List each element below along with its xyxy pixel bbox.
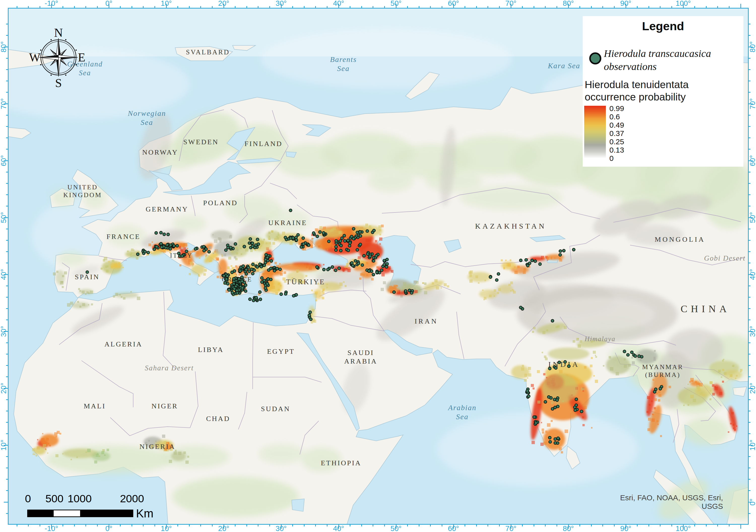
lat-label: 50°: [0, 206, 7, 229]
map-figure: SVALBARDBarentsSeaKara SeaGreenlandSeaNo…: [0, 0, 756, 532]
lat-label: 20°: [0, 377, 7, 399]
svg-text:FINLAND: FINLAND: [245, 140, 283, 147]
svg-text:GERMANY: GERMANY: [146, 205, 188, 213]
lon-label: 0°: [94, 0, 124, 7]
lon-label: 100°: [668, 525, 698, 532]
lon-label: 0°: [94, 525, 124, 532]
ramp-label: 0: [609, 154, 614, 163]
svg-text:ALGERIA: ALGERIA: [105, 340, 143, 348]
svg-text:NIGERIA: NIGERIA: [139, 443, 175, 450]
lat-label: 60°: [0, 149, 7, 172]
svg-text:N: N: [54, 26, 63, 39]
lon-label: 80°: [553, 525, 583, 532]
lat-label: 50°: [749, 206, 756, 229]
svg-text:Gobi Desert: Gobi Desert: [704, 254, 746, 262]
scale-bar-segments: [27, 510, 133, 517]
svg-text:SVALBARD: SVALBARD: [186, 48, 230, 56]
lon-label: 80°: [553, 0, 583, 7]
observation-marker-icon: [589, 52, 601, 64]
ramp-label: 0.6: [609, 113, 620, 121]
lon-label: 90°: [611, 0, 641, 7]
svg-text:NIGER: NIGER: [151, 402, 178, 410]
lon-label: 90°: [611, 525, 641, 532]
lat-label: 10°: [749, 434, 756, 456]
lat-label: 30°: [749, 320, 756, 343]
svg-text:POLAND: POLAND: [203, 199, 238, 207]
svg-text:W: W: [29, 51, 40, 64]
svg-text:Sahara Desert: Sahara Desert: [145, 364, 194, 372]
svg-text:LIBYA: LIBYA: [198, 346, 224, 353]
lon-label: 20°: [208, 0, 239, 7]
lat-label: 0°: [749, 491, 756, 513]
lon-label: 50°: [381, 0, 411, 7]
lon-label: 100°: [668, 0, 698, 7]
scale-bar-number: 2000: [112, 493, 152, 505]
lat-label: 30°: [0, 320, 7, 343]
svg-text:SWEDEN: SWEDEN: [183, 138, 219, 146]
lon-label: 50°: [381, 525, 411, 532]
color-ramp: [584, 106, 606, 158]
lat-label: 60°: [749, 149, 756, 172]
lat-label: 80°: [749, 36, 756, 58]
svg-text:UKRAINE: UKRAINE: [268, 219, 307, 227]
svg-text:Kara Sea: Kara Sea: [548, 62, 580, 70]
lat-label: 20°: [749, 377, 756, 399]
lat-label: 70°: [749, 92, 756, 115]
svg-text:SUDAN: SUDAN: [261, 405, 290, 413]
ramp-label: 0.25: [609, 138, 624, 146]
ramp-label: 0.13: [609, 146, 624, 154]
legend-panel: Legend Hierodula transcaucasica observat…: [583, 16, 743, 167]
lon-label: 20°: [208, 525, 239, 532]
lon-label: 10°: [151, 0, 181, 7]
lat-label: 10°: [0, 434, 7, 456]
scale-bar-unit: Km: [136, 507, 153, 520]
lat-label: 40°: [749, 263, 756, 286]
lon-label: 30°: [266, 0, 296, 7]
lon-label: 70°: [496, 0, 526, 7]
legend-title: Legend: [583, 19, 743, 33]
lon-label: 40°: [323, 0, 354, 7]
svg-text:S: S: [55, 76, 62, 89]
svg-text:TÜRKIYE: TÜRKIYE: [286, 278, 325, 286]
lon-label: 70°: [496, 525, 526, 532]
svg-text:IRAN: IRAN: [415, 317, 438, 325]
ramp-label: 0.99: [609, 104, 624, 113]
svg-text:KAZAKHSTAN: KAZAKHSTAN: [475, 222, 546, 230]
svg-text:MALI: MALI: [84, 402, 106, 410]
svg-text:NORWAY: NORWAY: [142, 148, 178, 156]
lon-label: 40°: [323, 525, 354, 532]
lon-label: 60°: [438, 0, 469, 7]
lon-label: 30°: [266, 525, 296, 532]
lat-label: 40°: [0, 263, 7, 286]
observations-label: Hierodula transcaucasica observations: [604, 47, 711, 73]
svg-text:CHINA: CHINA: [681, 303, 730, 315]
svg-text:SPAIN: SPAIN: [75, 273, 99, 281]
ramp-label: 0.49: [609, 121, 624, 129]
lon-label: 10°: [151, 525, 181, 532]
svg-text:EGYPT: EGYPT: [267, 347, 295, 355]
lon-label: 60°: [438, 525, 469, 532]
scale-bar-number: 1000: [60, 493, 100, 505]
svg-text:CHAD: CHAD: [206, 415, 230, 422]
compass-rose-icon: N E S W: [23, 16, 94, 99]
svg-text:ETHIOPIA: ETHIOPIA: [321, 459, 361, 467]
basemap-attribution: Esri, FAO, NOAA, USGS, Esri, USGS: [600, 494, 723, 511]
probability-title: Hierodula tenuidentata occurrence probab…: [585, 79, 689, 103]
lon-label: -10°: [36, 525, 67, 532]
svg-text:E: E: [78, 51, 85, 64]
lat-label: 70°: [0, 92, 7, 115]
svg-text:MONGOLIA: MONGOLIA: [655, 236, 705, 243]
svg-text:FRANCE: FRANCE: [107, 233, 140, 241]
lat-label: 80°: [0, 36, 7, 58]
lon-label: -10°: [36, 0, 67, 7]
ramp-label: 0.37: [609, 129, 624, 138]
svg-text:Himalaya: Himalaya: [584, 335, 615, 343]
